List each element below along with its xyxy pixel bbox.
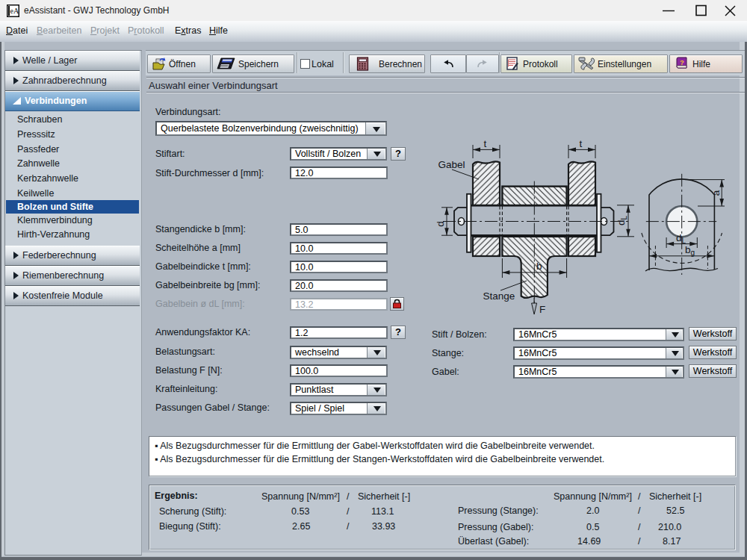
svg-text:Stange: Stange bbox=[483, 290, 515, 302]
svg-text:bg: bg bbox=[685, 244, 695, 257]
svg-text:d: d bbox=[435, 221, 446, 227]
svg-text:?: ? bbox=[680, 58, 684, 66]
svg-text:F: F bbox=[539, 304, 545, 315]
svg-text:eA: eA bbox=[10, 7, 19, 15]
svg-text:a: a bbox=[710, 190, 722, 196]
svg-text:t: t bbox=[580, 138, 583, 149]
svg-text:t: t bbox=[484, 138, 487, 149]
svg-text:b: b bbox=[536, 261, 542, 272]
svg-text:dL: dL bbox=[616, 215, 628, 225]
svg-text:Gabel: Gabel bbox=[438, 159, 465, 170]
